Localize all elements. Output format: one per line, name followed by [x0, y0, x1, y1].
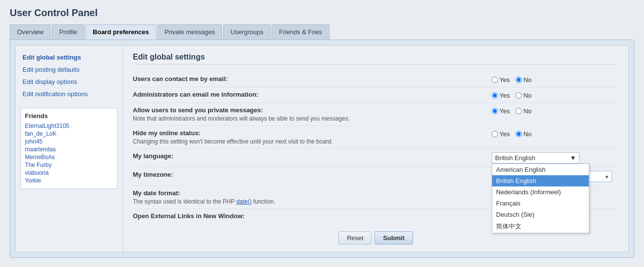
control-hide-online: Yes No [492, 129, 619, 138]
radio-yes-pm[interactable]: Yes [492, 107, 510, 115]
label-contact-by-email: Users can contact me by email: [133, 75, 492, 82]
friend-link[interactable]: fan_de_LoK [25, 130, 113, 138]
main-panel: Edit global settings Edit posting defaul… [10, 40, 634, 258]
row-private-messages: Allow users to send you private messages… [133, 103, 619, 126]
section-title: Edit global settings [133, 53, 619, 64]
row-my-language: My language: British English ▼ American … [133, 149, 619, 167]
language-option-chinese[interactable]: 简体中文 [492, 220, 589, 233]
radio-input-yes-pm[interactable] [492, 108, 498, 114]
friend-link[interactable]: maartendas [25, 145, 113, 153]
radio-input-no-admin[interactable] [516, 92, 522, 99]
sidebar-item-edit-global-settings[interactable]: Edit global settings [21, 51, 118, 63]
page-title: User Control Panel [10, 7, 634, 19]
control-private-messages: Yes No [492, 106, 619, 115]
tabs-bar: Overview Profile Board preferences Priva… [10, 24, 634, 40]
radio-yes-contact[interactable]: Yes [492, 76, 510, 83]
radio-no-admin[interactable]: No [516, 92, 532, 99]
radio-input-yes-admin[interactable] [492, 92, 498, 99]
reset-button[interactable]: Reset [338, 231, 372, 245]
radio-group-admin-email: Yes No [492, 91, 532, 99]
form-buttons: Reset Submit [133, 231, 619, 245]
radio-input-no-pm[interactable] [516, 108, 522, 114]
sub-hide-online: Changing this setting won't become effec… [133, 138, 487, 145]
submit-button[interactable]: Submit [374, 231, 413, 245]
label-my-timezone: My timezone: [133, 171, 492, 178]
tab-friends-foes[interactable]: Friends & Foes [271, 24, 329, 40]
label-external-links: Open External Links in New Window: [133, 212, 492, 220]
control-contact-by-email: Yes No [492, 75, 619, 83]
radio-input-no-contact[interactable] [516, 77, 522, 83]
sidebar-item-edit-display-options[interactable]: Edit display options [21, 76, 118, 88]
friend-link[interactable]: EternalLight3105 [25, 122, 113, 130]
friend-link[interactable]: Yorkie [25, 177, 113, 185]
label-hide-online: Hide my online status: Changing this set… [133, 129, 492, 145]
tab-profile[interactable]: Profile [52, 24, 84, 40]
sub-my-date-format: The syntax used is identical to the PHP … [133, 198, 487, 205]
language-dropdown-open: American English British English Nederla… [492, 164, 589, 233]
language-select-display[interactable]: British English ▼ [492, 152, 580, 164]
tab-usergroups[interactable]: Usergroups [223, 24, 270, 40]
language-option-deutsch[interactable]: Deutsch (Sie) [492, 209, 589, 220]
friends-title: Friends [25, 112, 113, 120]
sidebar: Edit global settings Edit posting defaul… [16, 45, 123, 252]
friend-link[interactable]: MemeBsAs [25, 153, 113, 161]
friend-link[interactable]: viabuona [25, 169, 113, 177]
radio-no-pm[interactable]: No [516, 107, 532, 115]
radio-input-yes-online[interactable] [492, 131, 498, 137]
radio-group-private-messages: Yes No [492, 106, 532, 115]
radio-group-hide-online: Yes No [492, 129, 532, 138]
tab-private-messages[interactable]: Private messages [157, 24, 222, 40]
language-dropdown-container: British English ▼ American English Briti… [492, 152, 580, 164]
friend-link[interactable]: The Furby [25, 161, 113, 169]
language-option-nederlands[interactable]: Nederlands (Informeel) [492, 186, 589, 198]
radio-input-yes-contact[interactable] [492, 77, 498, 83]
radio-no-online[interactable]: No [516, 130, 532, 138]
label-my-date-format: My date format: The syntax used is ident… [133, 189, 492, 205]
date-function-link[interactable]: date() [236, 198, 251, 205]
label-admin-email: Administrators can email me information: [133, 91, 492, 98]
control-my-language: British English ▼ American English Briti… [492, 152, 619, 164]
language-dropdown-arrow: ▼ [570, 154, 576, 162]
sub-private-messages: Note that administrators and moderators … [133, 115, 487, 122]
row-hide-online: Hide my online status: Changing this set… [133, 126, 619, 149]
control-admin-email: Yes No [492, 91, 619, 99]
tab-overview[interactable]: Overview [10, 24, 51, 40]
radio-input-no-online[interactable] [516, 131, 522, 137]
tab-board-preferences[interactable]: Board preferences [85, 24, 156, 40]
radio-no-contact[interactable]: No [516, 76, 532, 83]
settings-table: Users can contact me by email: Yes No [133, 72, 619, 224]
language-option-francais[interactable]: Français [492, 198, 589, 209]
language-selected-value: British English [495, 154, 535, 162]
content-area: Edit global settings Users can contact m… [123, 45, 628, 252]
row-admin-email: Administrators can email me information:… [133, 87, 619, 103]
friend-link[interactable]: john45 [25, 138, 113, 145]
sidebar-item-edit-posting-defaults[interactable]: Edit posting defaults [21, 63, 118, 76]
row-contact-by-email: Users can contact me by email: Yes No [133, 72, 619, 87]
label-my-language: My language: [133, 152, 492, 160]
sidebar-item-edit-notification-options[interactable]: Edit notification options [21, 88, 118, 100]
radio-yes-admin[interactable]: Yes [492, 92, 510, 99]
friends-box: Friends EternalLight3105 fan_de_LoK john… [21, 108, 118, 189]
inner-panel: Edit global settings Edit posting defaul… [15, 45, 629, 252]
radio-yes-online[interactable]: Yes [492, 130, 510, 138]
label-private-messages: Allow users to send you private messages… [133, 106, 492, 122]
radio-group-contact-by-email: Yes No [492, 75, 532, 83]
language-option-american-english[interactable]: American English [492, 164, 589, 175]
language-option-british-english[interactable]: British English [492, 175, 589, 186]
